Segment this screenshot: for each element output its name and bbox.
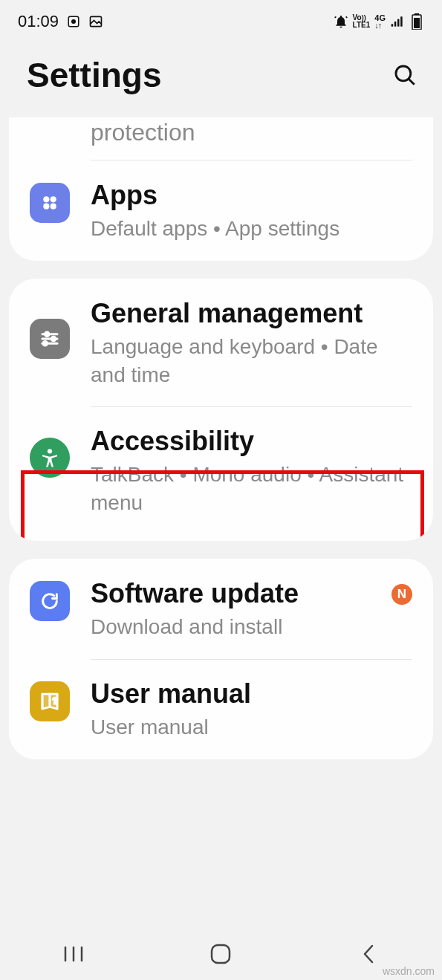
- back-icon: [361, 943, 376, 965]
- item-title: Software update: [91, 577, 384, 610]
- svg-text:?: ?: [53, 695, 58, 704]
- item-title: Accessibility: [91, 424, 412, 458]
- item-subtitle: Language and keyboard • Date and time: [91, 333, 412, 389]
- status-bar: 01:09 Vo))LTE1 4G↓↑: [0, 0, 442, 40]
- settings-item-user-manual[interactable]: ? User manual User manual: [9, 659, 433, 759]
- svg-point-12: [43, 196, 49, 202]
- nav-home-button[interactable]: [187, 935, 254, 973]
- item-body: User manual User manual: [91, 677, 412, 742]
- settings-card-1: protection Apps Default apps • App setti…: [9, 117, 433, 261]
- page-title: Settings: [27, 55, 161, 95]
- volte-icon: Vo))LTE1: [353, 14, 371, 29]
- item-subtitle: Default apps • App settings: [91, 215, 412, 243]
- item-title: Apps: [91, 178, 412, 212]
- svg-point-21: [43, 341, 48, 345]
- clock-text: 01:09: [18, 12, 59, 31]
- svg-rect-9: [414, 18, 420, 28]
- settings-card-3: Software update Download and install N ?…: [9, 559, 433, 759]
- search-button[interactable]: [389, 59, 421, 91]
- navigation-bar: [0, 928, 442, 980]
- settings-item-software-update[interactable]: Software update Download and install N: [9, 559, 433, 659]
- svg-point-17: [45, 332, 50, 337]
- svg-point-1: [72, 20, 76, 24]
- svg-rect-4: [394, 22, 397, 27]
- item-title: General management: [91, 296, 412, 330]
- new-badge: N: [391, 584, 412, 605]
- signal-icon: [390, 14, 405, 29]
- svg-point-15: [51, 204, 56, 210]
- settings-item-accessibility[interactable]: Accessibility TalkBack • Mono audio • As…: [9, 406, 433, 541]
- svg-rect-29: [212, 945, 230, 963]
- svg-rect-5: [397, 19, 400, 27]
- svg-rect-6: [400, 16, 403, 26]
- item-subtitle: Download and install: [91, 613, 384, 641]
- network-icon: 4G↓↑: [374, 14, 386, 29]
- alarm-icon: [334, 14, 348, 29]
- app-header: Settings: [0, 40, 442, 117]
- watermark: wsxdn.com: [383, 965, 435, 977]
- home-icon: [209, 942, 233, 966]
- item-body: Accessibility TalkBack • Mono audio • As…: [91, 424, 412, 517]
- image-icon: [88, 14, 103, 29]
- recents-icon: [62, 944, 85, 964]
- nav-recents-button[interactable]: [40, 935, 107, 973]
- svg-point-22: [48, 450, 52, 454]
- item-subtitle: TalkBack • Mono audio • Assistant menu: [91, 461, 412, 517]
- accessibility-icon: [30, 438, 70, 478]
- svg-point-14: [43, 204, 49, 210]
- item-body: General management Language and keyboard…: [91, 296, 412, 389]
- item-title: User manual: [91, 677, 412, 710]
- clock-icon: [66, 14, 81, 29]
- svg-line-11: [409, 79, 414, 84]
- svg-point-19: [51, 337, 56, 341]
- status-left: 01:09: [18, 12, 103, 31]
- apps-icon: [30, 183, 70, 223]
- settings-item-apps[interactable]: Apps Default apps • App settings: [9, 160, 433, 261]
- partial-item-subtitle: protection: [9, 117, 433, 160]
- item-body: Apps Default apps • App settings: [91, 178, 412, 243]
- settings-card-2: General management Language and keyboard…: [9, 279, 433, 541]
- svg-point-13: [51, 196, 56, 202]
- refresh-icon: [30, 581, 70, 621]
- item-body: Software update Download and install: [91, 577, 384, 641]
- search-icon: [392, 62, 417, 88]
- svg-point-10: [396, 66, 411, 81]
- item-subtitle: User manual: [91, 713, 412, 742]
- status-right: Vo))LTE1 4G↓↑: [334, 14, 424, 29]
- svg-rect-3: [391, 24, 394, 26]
- book-icon: ?: [30, 681, 70, 721]
- settings-item-general-management[interactable]: General management Language and keyboard…: [9, 279, 433, 407]
- settings-sliders-icon: [30, 319, 70, 359]
- battery-icon: [409, 14, 424, 29]
